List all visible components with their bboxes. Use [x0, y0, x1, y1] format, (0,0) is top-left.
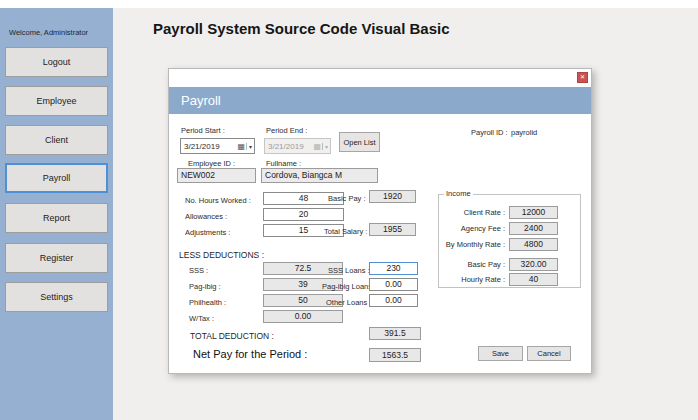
sidebar-item-report[interactable]: Report: [5, 203, 108, 233]
calendar-icon: ▦: [236, 142, 246, 151]
other-loans-label: Other Loans :: [326, 298, 371, 307]
other-loans-field[interactable]: 0.00: [369, 294, 418, 307]
save-button[interactable]: Save: [478, 346, 523, 361]
wtax-field: 0.00: [263, 310, 343, 323]
agency-fee-label: Agency Fee :: [440, 224, 505, 233]
net-pay-label: Net Pay for the Period :: [193, 348, 307, 360]
welcome-text: Welcome, Administrator: [9, 28, 88, 37]
hourly-rate-field: 40: [509, 273, 558, 286]
fullname-label: Fullname :: [266, 159, 301, 168]
sidebar-item-payroll[interactable]: Payroll: [5, 163, 108, 193]
payroll-dialog: ✕ Payroll Period Start : 3/21/2019 ▦ ▾ P…: [168, 68, 592, 374]
sidebar-item-settings[interactable]: Settings: [5, 282, 108, 312]
sidebar-item-client[interactable]: Client: [5, 125, 108, 155]
hourly-rate-label: Hourly Rate :: [440, 275, 505, 284]
income-basic-pay-label: Basic Pay :: [440, 260, 505, 269]
sidebar-item-employee[interactable]: Employee: [5, 86, 108, 116]
period-end-picker: 3/21/2019 ▦ ▾: [264, 138, 331, 154]
allowances-label: Allowances :: [185, 212, 227, 221]
period-start-label: Period Start :: [181, 126, 225, 135]
monthly-rate-field: 4800: [509, 238, 558, 251]
philhealth-label: Philhealth :: [189, 298, 226, 307]
adjustments-label: Adjustments :: [185, 228, 230, 237]
client-rate-field: 12000: [509, 206, 558, 219]
wtax-label: W/Tax :: [189, 314, 214, 323]
income-group-label: Income: [444, 189, 473, 198]
sidebar: Welcome, Administrator Logout Employee C…: [0, 8, 113, 420]
period-end-label: Period End :: [266, 126, 307, 135]
page-title: Payroll System Source Code Visual Basic: [153, 20, 450, 37]
calendar-icon: ▦: [312, 142, 322, 151]
dialog-title: Payroll: [181, 87, 221, 114]
client-rate-label: Client Rate :: [440, 208, 505, 217]
employee-id-field[interactable]: NEW002: [177, 168, 256, 183]
pagibig-label: Pag-ibig :: [189, 282, 221, 291]
total-salary-label: Total Salary :: [324, 227, 367, 236]
employee-id-label: Employee ID :: [188, 159, 235, 168]
period-start-picker[interactable]: 3/21/2019 ▦ ▾: [180, 138, 255, 154]
chevron-down-icon[interactable]: ▾: [246, 143, 254, 150]
income-basic-pay-field: 320.00: [509, 258, 558, 271]
dialog-header: Payroll: [169, 87, 591, 114]
pagibig-loans-field[interactable]: 0.00: [369, 278, 418, 291]
total-salary-field: 1955: [369, 223, 416, 236]
basic-pay-field: 1920: [369, 190, 416, 203]
allowances-field[interactable]: 20: [263, 208, 344, 221]
payroll-id-label: Payroll ID :: [471, 128, 508, 137]
sss-loans-field[interactable]: 230: [369, 262, 418, 275]
cancel-button[interactable]: Cancel: [527, 346, 571, 361]
sidebar-item-register[interactable]: Register: [5, 243, 108, 273]
net-pay-field: 1563.5: [369, 348, 421, 362]
sss-loans-label: SSS Loans :: [328, 266, 370, 275]
fullname-field[interactable]: Cordova, Biangca M: [261, 168, 378, 183]
period-end-value: 3/21/2019: [265, 142, 312, 151]
chevron-down-icon: ▾: [322, 143, 330, 150]
top-strip: [0, 0, 698, 8]
open-list-button[interactable]: Open List: [339, 132, 380, 152]
period-start-value: 3/21/2019: [181, 142, 236, 151]
dialog-titlebar: ✕: [169, 69, 591, 87]
monthly-rate-label: By Monthly Rate :: [440, 240, 505, 249]
sidebar-item-logout[interactable]: Logout: [5, 47, 108, 77]
less-deductions-heading: LESS DEDUCTIONS :: [179, 250, 264, 260]
total-deduction-field: 391.5: [369, 327, 421, 340]
close-icon[interactable]: ✕: [577, 72, 588, 83]
hours-worked-label: No. Hours Worked :: [185, 196, 251, 205]
basic-pay-label: Basic Pay :: [328, 194, 366, 203]
agency-fee-field: 2400: [509, 222, 558, 235]
payroll-id-value: payrolid: [511, 128, 537, 137]
sss-label: SSS :: [189, 266, 208, 275]
total-deduction-label: TOTAL DEDUCTION :: [190, 331, 274, 341]
